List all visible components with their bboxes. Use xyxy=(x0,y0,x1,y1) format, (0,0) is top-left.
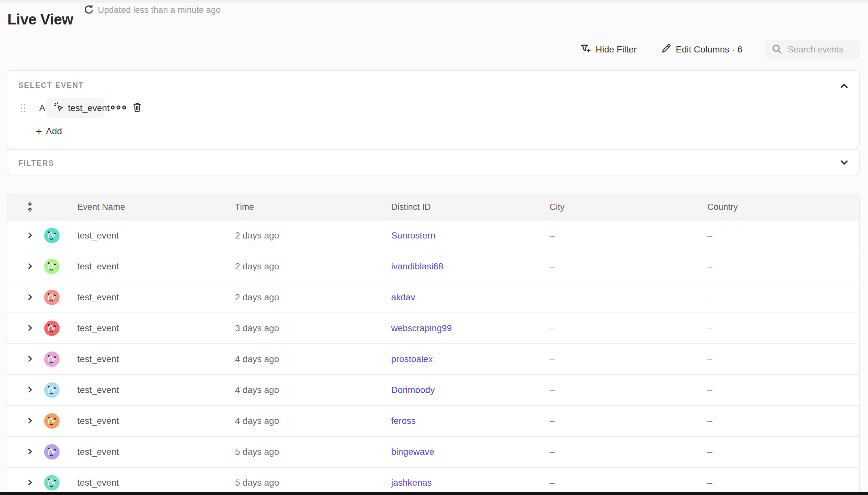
cell-country: – xyxy=(701,261,859,272)
user-avatar xyxy=(44,228,59,243)
cell-time: 2 days ago xyxy=(228,261,385,272)
table-header-row: Event Name Time Distinct ID City Country xyxy=(7,194,859,220)
chevron-up-icon xyxy=(839,81,849,92)
collapse-arrows-icon xyxy=(25,201,35,213)
drag-handle[interactable] xyxy=(20,104,26,113)
chevron-down-icon xyxy=(839,158,849,168)
column-header-event-name[interactable]: Event Name xyxy=(63,202,228,212)
expand-row-button[interactable] xyxy=(24,415,36,427)
updated-status: Updated less than a minute ago xyxy=(98,4,221,16)
trash-icon xyxy=(132,102,142,114)
filter-plus-icon xyxy=(580,43,591,56)
chevron-right-icon xyxy=(26,231,34,240)
cell-country: – xyxy=(701,385,859,395)
expand-row-button[interactable] xyxy=(24,323,36,334)
cell-city: – xyxy=(543,261,701,272)
distinct-id-link[interactable]: ivandiblasi68 xyxy=(391,261,443,271)
event-click-icon xyxy=(53,102,64,114)
table-row: test_event 5 days ago bingewave – – xyxy=(7,437,859,468)
cell-event-name: test_event xyxy=(63,385,228,395)
distinct-id-link[interactable]: Sunrostern xyxy=(391,231,435,240)
cell-city: – xyxy=(543,478,701,488)
table-row: test_event 3 days ago webscraping99 – – xyxy=(7,313,859,344)
delete-event-button[interactable] xyxy=(129,101,145,115)
user-avatar xyxy=(44,382,59,398)
table-row: test_event 4 days ago Dorimoody – – xyxy=(7,375,859,406)
expand-row-button[interactable] xyxy=(24,261,36,272)
event-pill-label: test_event xyxy=(68,103,109,113)
chevron-right-icon xyxy=(26,355,34,364)
expand-row-button[interactable] xyxy=(24,353,36,365)
filters-label: FILTERS xyxy=(18,159,54,168)
cell-time: 4 days ago xyxy=(228,354,385,364)
filters-card: FILTERS xyxy=(7,149,860,175)
cell-country: – xyxy=(701,292,859,303)
cell-time: 5 days ago xyxy=(228,478,385,488)
distinct-id-link[interactable]: akdav xyxy=(391,292,415,302)
table-row: test_event 4 days ago feross – – xyxy=(7,406,859,437)
user-avatar xyxy=(44,321,59,336)
distinct-id-link[interactable]: prostoalex xyxy=(391,354,433,364)
table-row: test_event 5 days ago jashkenas – – xyxy=(7,468,859,495)
expand-row-button[interactable] xyxy=(24,384,36,396)
table-row: test_event 2 days ago akdav – – xyxy=(7,282,859,313)
distinct-id-link[interactable]: bingewave xyxy=(391,447,434,457)
top-strip xyxy=(0,0,868,3)
search-icon xyxy=(771,43,783,56)
chevron-right-icon xyxy=(26,478,34,488)
column-header-country[interactable]: Country xyxy=(701,202,859,212)
cell-country: – xyxy=(701,478,859,488)
cell-city: – xyxy=(543,231,701,241)
cell-event-name: test_event xyxy=(63,323,228,334)
plus-icon: + xyxy=(36,126,42,137)
cell-country: – xyxy=(701,231,859,241)
overflow-dots-icon xyxy=(110,104,127,112)
table-row: test_event 4 days ago prostoalex – – xyxy=(7,344,859,375)
chevron-right-icon xyxy=(26,262,34,271)
distinct-id-link[interactable]: webscraping99 xyxy=(391,323,452,333)
cell-time: 2 days ago xyxy=(228,231,385,241)
user-avatar xyxy=(44,352,59,367)
distinct-id-link[interactable]: jashkenas xyxy=(391,478,432,488)
expand-row-button[interactable] xyxy=(24,292,36,303)
cell-city: – xyxy=(543,447,701,457)
column-header-time[interactable]: Time xyxy=(228,202,385,212)
cell-time: 3 days ago xyxy=(228,323,385,334)
search-events-input[interactable] xyxy=(788,45,855,55)
collapse-rows-button[interactable] xyxy=(24,202,36,213)
distinct-id-link[interactable]: feross xyxy=(391,416,416,426)
expand-row-button[interactable] xyxy=(24,230,36,241)
refresh-button[interactable] xyxy=(82,3,96,17)
table-row: test_event 2 days ago ivandiblasi68 – – xyxy=(7,251,859,282)
cell-event-name: test_event xyxy=(63,292,228,303)
cell-event-name: test_event xyxy=(63,231,228,241)
add-event-button[interactable]: + Add xyxy=(36,124,62,138)
bottom-bar xyxy=(0,492,868,495)
edit-columns-button[interactable]: Edit Columns · 6 xyxy=(661,39,743,59)
cell-event-name: test_event xyxy=(63,261,228,272)
edit-columns-label: Edit Columns · 6 xyxy=(676,45,743,55)
collapse-select-event-button[interactable] xyxy=(838,80,851,93)
expand-filters-button[interactable] xyxy=(838,156,851,169)
select-event-card: SELECT EVENT A test_event xyxy=(7,70,860,148)
cell-event-name: test_event xyxy=(63,478,228,488)
distinct-id-link[interactable]: Dorimoody xyxy=(391,385,435,395)
pencil-icon xyxy=(661,44,671,56)
expand-row-button[interactable] xyxy=(24,446,36,458)
column-header-distinct-id[interactable]: Distinct ID xyxy=(385,202,543,212)
cell-city: – xyxy=(543,292,701,303)
chevron-right-icon xyxy=(26,386,34,395)
table-row: test_event 2 days ago Sunrostern – – xyxy=(7,220,859,251)
search-events-box[interactable] xyxy=(765,39,860,59)
cell-country: – xyxy=(701,416,859,426)
user-avatar xyxy=(44,259,59,274)
chevron-right-icon xyxy=(26,416,34,426)
expand-row-button[interactable] xyxy=(24,477,36,489)
event-select-button[interactable]: test_event xyxy=(47,98,104,118)
user-avatar xyxy=(44,475,59,491)
hide-filter-button[interactable]: Hide Filter xyxy=(580,39,637,59)
event-overflow-menu-button[interactable] xyxy=(108,102,129,115)
chevron-right-icon xyxy=(26,324,34,333)
column-header-city[interactable]: City xyxy=(543,202,701,212)
page-title: Live View xyxy=(7,11,73,28)
